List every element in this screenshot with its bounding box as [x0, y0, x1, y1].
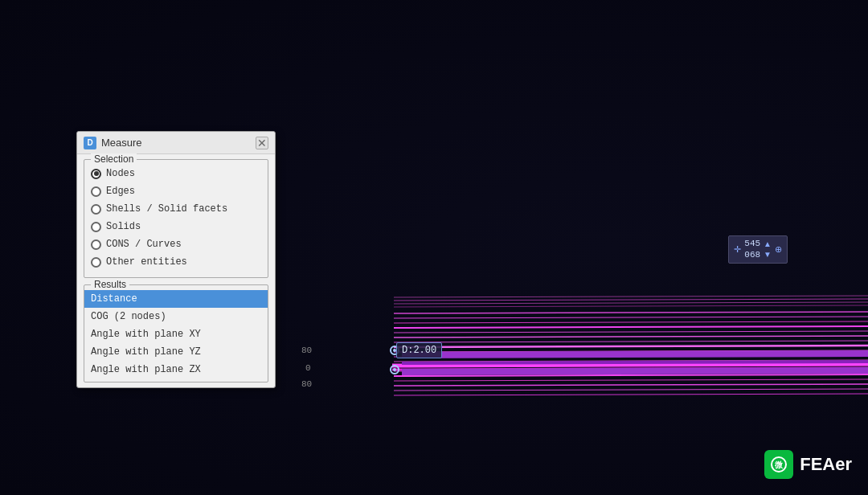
svg-line-2 — [394, 321, 868, 323]
distance-tooltip: D:2.00 — [396, 342, 442, 358]
svg-line-15 — [394, 384, 868, 386]
svg-text:微: 微 — [774, 460, 784, 469]
coord-up-arrow[interactable]: ▲ — [764, 239, 772, 248]
coord-down-arrow[interactable]: ▼ — [764, 250, 772, 259]
radio-shells-solid-label: Shells / Solid facets — [106, 203, 227, 215]
dialog-title: Measure — [101, 137, 142, 149]
feaer-logo: 微 — [764, 450, 793, 479]
radio-shells-solid[interactable]: Shells / Solid facets — [91, 200, 261, 218]
radio-nodes[interactable]: Nodes — [91, 165, 261, 182]
radio-other-circle[interactable] — [91, 257, 101, 268]
result-angle-yz-label: Angle with plane YZ — [91, 346, 201, 358]
result-distance[interactable]: Distance — [84, 290, 268, 308]
result-angle-zx-label: Angle with plane ZX — [91, 364, 201, 375]
svg-line-29 — [394, 302, 868, 304]
radio-edges-circle[interactable] — [91, 186, 101, 197]
svg-line-30 — [394, 305, 868, 307]
result-cog[interactable]: COG (2 nodes) — [84, 308, 268, 325]
svg-line-27 — [394, 296, 868, 297]
result-distance-label: Distance — [91, 293, 137, 305]
radio-nodes-circle[interactable] — [91, 169, 101, 179]
svg-line-28 — [394, 299, 868, 301]
svg-line-22 — [402, 370, 868, 372]
radio-other[interactable]: Other entities — [91, 253, 261, 271]
dialog-titlebar: D Measure ✕ — [77, 132, 275, 154]
svg-line-3 — [394, 326, 868, 328]
axis-label-80-top: 80 — [301, 346, 312, 355]
dialog-close-button[interactable]: ✕ — [256, 137, 268, 149]
svg-line-5 — [394, 336, 868, 338]
radio-cons-curves[interactable]: CONS / Curves — [91, 235, 261, 253]
result-angle-yz[interactable]: Angle with plane YZ — [84, 343, 268, 361]
axis-label-80-bottom: 80 — [301, 379, 312, 389]
svg-line-17 — [394, 394, 868, 395]
coord-arrows[interactable]: ▲ ▼ — [764, 239, 772, 259]
selection-legend: Selection — [91, 153, 137, 165]
results-legend: Results — [91, 279, 129, 290]
feaer-name: FEAer — [800, 454, 852, 475]
radio-solids-label: Solids — [106, 221, 141, 232]
coord-x-value: 545 — [744, 238, 760, 249]
radio-other-label: Other entities — [106, 256, 187, 268]
radio-nodes-label: Nodes — [106, 168, 135, 179]
svg-line-4 — [394, 331, 868, 333]
radio-solids[interactable]: Solids — [91, 218, 261, 235]
radio-solids-circle[interactable] — [91, 222, 101, 232]
feaer-brand: 微 FEAer — [764, 450, 852, 479]
result-cog-label: COG (2 nodes) — [91, 311, 166, 322]
measure-dialog: D Measure ✕ Selection Nodes Edges Shells… — [76, 131, 276, 388]
coord-crosshair-icon: ✛ — [734, 244, 741, 255]
coord-y-value: 068 — [744, 249, 760, 260]
coordinate-display: ✛ 545 068 ▲ ▼ ⊕ — [728, 235, 788, 264]
result-angle-xy[interactable]: Angle with plane XY — [84, 325, 268, 343]
results-group: Results Distance COG (2 nodes) Angle wit… — [84, 284, 268, 382]
svg-line-7 — [394, 346, 868, 347]
svg-line-0 — [394, 312, 868, 313]
svg-point-26 — [393, 368, 396, 371]
svg-line-6 — [394, 341, 868, 342]
radio-edges[interactable]: Edges — [91, 182, 261, 200]
selection-group: Selection Nodes Edges Shells / Solid fac… — [84, 159, 268, 278]
dialog-title-left: D Measure — [84, 137, 142, 149]
result-angle-zx[interactable]: Angle with plane ZX — [84, 361, 268, 378]
svg-line-14 — [394, 379, 868, 381]
svg-line-1 — [394, 317, 868, 318]
radio-cons-curves-circle[interactable] — [91, 239, 101, 250]
dialog-body: Selection Nodes Edges Shells / Solid fac… — [77, 154, 275, 387]
radio-edges-label: Edges — [106, 186, 135, 197]
coord-values: 545 068 — [744, 238, 760, 261]
dialog-app-icon: D — [84, 137, 96, 149]
svg-line-16 — [394, 389, 868, 391]
radio-shells-solid-circle[interactable] — [91, 204, 101, 215]
svg-line-21 — [402, 362, 868, 363]
axis-label-0: 0 — [305, 363, 311, 373]
svg-line-20 — [402, 354, 868, 355]
coord-extra-icon: ⊕ — [775, 244, 782, 255]
result-angle-xy-label: Angle with plane XY — [91, 329, 201, 340]
radio-cons-curves-label: CONS / Curves — [106, 239, 182, 250]
